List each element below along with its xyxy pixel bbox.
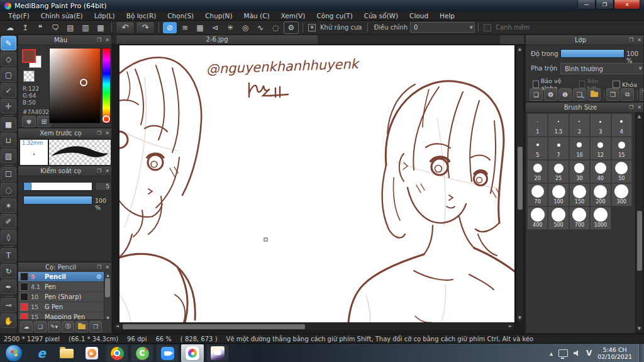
soft-edge-checkbox[interactable]	[484, 24, 491, 31]
brush-size-cell[interactable]: 25	[548, 160, 569, 183]
popout-icon[interactable]: ❐	[95, 130, 103, 136]
restore-button[interactable]: ❐	[596, 0, 614, 9]
redo-icon[interactable]: ↷	[136, 21, 155, 34]
canvas-page[interactable]: @nguyenkhanhhuyenk	[119, 45, 514, 322]
line-pen-tool[interactable]: ✒	[1, 280, 16, 294]
close-button[interactable]: ✕	[614, 0, 640, 9]
taskbar-ie-icon[interactable]: e	[30, 344, 53, 362]
brush-size-cell[interactable]: 40	[590, 160, 611, 183]
brush-list-item[interactable]: 5Pencil⚙	[18, 272, 105, 282]
volume-icon[interactable]	[574, 350, 580, 357]
snap-off-icon[interactable]: ⊘	[163, 22, 177, 33]
brush-size-cell[interactable]: 3	[590, 113, 611, 137]
close-icon[interactable]: ✕	[635, 105, 643, 110]
taskbar-avatar-icon[interactable]	[206, 344, 229, 362]
snap-settings-icon[interactable]: ⚙	[284, 21, 299, 34]
brush-size-cell[interactable]: 2	[569, 113, 590, 137]
menu-item-10[interactable]: Cloud	[404, 11, 434, 21]
select-eraser-tool[interactable]: ◊	[1, 230, 16, 244]
tab-scroll-area[interactable]	[500, 35, 524, 44]
network-icon[interactable]	[558, 349, 568, 357]
popout-icon[interactable]: ❐	[627, 37, 635, 43]
popout-icon[interactable]: ❐	[627, 105, 635, 110]
comment-icon[interactable]: ❝	[33, 22, 47, 33]
shape-brush-tool[interactable]: ▢	[1, 67, 16, 82]
brush-size-cell[interactable]: 4	[611, 113, 632, 137]
eraser-tool[interactable]: ◇	[1, 52, 16, 66]
brush-size-cell[interactable]: 15	[611, 137, 632, 160]
show-desktop-button[interactable]	[638, 344, 644, 362]
blend-mode-dropdown[interactable]: Bình thường ▼	[560, 63, 644, 74]
duplicate-layer-icon[interactable]: ❐	[606, 88, 619, 101]
brush-size-cell[interactable]: 10	[569, 137, 590, 160]
brush-size-cell[interactable]: 1	[527, 113, 548, 137]
snap-curve-icon[interactable]: ∿	[253, 22, 267, 33]
menu-item-3[interactable]: Bộ lọc(R)	[121, 11, 162, 21]
snap-grid-icon[interactable]: ▦	[193, 22, 207, 33]
brush-list-item[interactable]: 4.1Pen	[18, 282, 105, 292]
menu-item-0[interactable]: Tệp(F)	[3, 11, 35, 21]
brush-size-cell[interactable]: 7	[548, 137, 569, 160]
menu-item-7[interactable]: Xem(V)	[275, 11, 311, 21]
magic-wand-tool[interactable]: ✶	[1, 198, 16, 213]
snap-concentric-icon[interactable]: ◎	[238, 22, 252, 33]
canvas-vertical-scrollbar[interactable]: ▲ ▼	[516, 45, 524, 322]
transparent-color-swatch[interactable]	[23, 71, 35, 82]
brush-tool[interactable]: ✎	[1, 36, 16, 50]
menu-item-5[interactable]: Chụp(N)	[199, 11, 238, 21]
taskbar-wmp-icon[interactable]: ▶	[80, 344, 103, 362]
brush-size-cell[interactable]: 1.5	[548, 113, 569, 137]
brush-size-cell[interactable]: 300	[611, 183, 632, 206]
menu-item-1[interactable]: Chỉnh sửa(E)	[35, 11, 89, 21]
brush-size-cell[interactable]: 20	[527, 160, 548, 183]
brush-size-slider[interactable]	[23, 182, 92, 191]
brush-size-cell[interactable]: 50	[611, 160, 632, 183]
select-rect-tool[interactable]: ☐	[1, 167, 16, 181]
duplicate-brush-icon[interactable]: ❐	[89, 321, 102, 332]
taskbar-coccoc-icon[interactable]: C	[131, 344, 153, 362]
new-brush-icon[interactable]: ❏	[34, 321, 47, 332]
comment-list-icon[interactable]: 🗨	[48, 22, 62, 33]
brush-size-value[interactable]: 5	[95, 182, 111, 191]
eyedropper-tool[interactable]: ⊸	[1, 298, 16, 312]
scroll-thumb[interactable]	[518, 147, 523, 210]
hue-cursor[interactable]	[103, 115, 110, 123]
close-icon[interactable]: ✕	[103, 264, 111, 270]
hand-tool[interactable]: ✋	[1, 314, 16, 328]
select-pen-tool[interactable]: ✐	[1, 214, 16, 229]
1bit-layer-icon[interactable]: ❶	[558, 88, 572, 101]
brush-list-scrollbar[interactable]: ▲ ▼	[104, 272, 111, 320]
scroll-thumb[interactable]	[105, 278, 110, 297]
table-edit-icon[interactable]: ▦	[94, 22, 108, 33]
snap-radial-icon[interactable]: ✳	[223, 22, 237, 33]
fill-rect-tool[interactable]: ■	[1, 117, 16, 132]
scroll-thumb[interactable]	[123, 324, 305, 329]
snap-ellipse-icon[interactable]: ◌	[269, 22, 282, 33]
scroll-up-icon[interactable]: ▲	[104, 272, 111, 278]
tray-expand-icon[interactable]: ▴	[550, 350, 553, 357]
start-button[interactable]	[5, 344, 23, 362]
minimize-button[interactable]: —	[577, 0, 596, 9]
scroll-up-icon[interactable]: ▲	[636, 113, 643, 120]
snap-parallel-icon[interactable]: ≋	[178, 22, 192, 33]
scroll-right-icon[interactable]: ►	[507, 323, 514, 330]
close-icon[interactable]: ✕	[103, 37, 111, 43]
sv-cursor[interactable]	[80, 79, 87, 86]
bucket-tool[interactable]: ⊔	[1, 133, 16, 147]
menu-item-2[interactable]: Lớp(L)	[89, 11, 121, 21]
antialias-checkbox[interactable]: ✕	[308, 24, 316, 31]
menu-item-4[interactable]: Chọn(S)	[162, 11, 199, 21]
scroll-thumb[interactable]	[637, 211, 642, 271]
close-icon[interactable]: ✕	[103, 130, 111, 136]
document-tab[interactable]: 2-6.jpg	[116, 35, 318, 44]
brush-size-cell[interactable]: 1000	[590, 206, 611, 230]
popout-icon[interactable]: ❐	[95, 37, 103, 43]
taskbar-chrome-icon[interactable]	[106, 344, 128, 362]
foreground-color-swatch[interactable]	[22, 49, 36, 63]
brush-size-cell[interactable]: 100	[548, 183, 569, 206]
taskbar-explorer-icon[interactable]	[55, 344, 78, 362]
cloud-save-icon[interactable]: ☁	[3, 22, 17, 33]
menu-item-8[interactable]: Công cụ(T)	[311, 11, 358, 21]
scroll-up-icon[interactable]: ▲	[516, 46, 523, 53]
snap-pen-tool[interactable]: ✓	[1, 83, 16, 98]
